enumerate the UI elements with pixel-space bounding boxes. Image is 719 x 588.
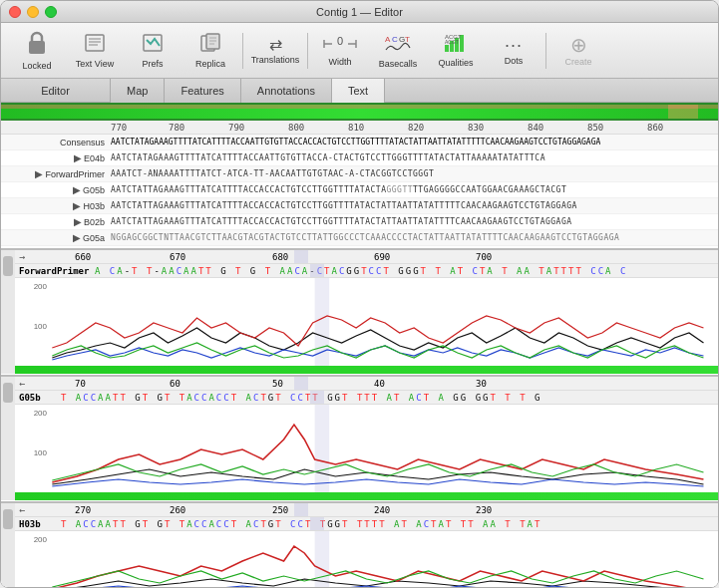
svg-rect-27 <box>315 405 330 492</box>
highlight-col-seq-3 <box>310 517 324 530</box>
chrom-graph-3: 200 100 <box>15 531 718 588</box>
y-axis-3: 200 100 <box>15 531 51 588</box>
svg-rect-20 <box>445 45 449 52</box>
chrom-with-slider-1: → 660 670 680 690 700 ForwardPrimer A CA… <box>1 250 718 374</box>
prefs-button[interactable]: Prefs <box>125 27 180 75</box>
chrom-content-2: ← 70 60 50 40 30 G05b T ACCAATT GT GT TA… <box>15 377 718 500</box>
y-axis-1: 200 100 <box>15 278 51 366</box>
tabs: Map Features Annotations Text <box>111 79 718 102</box>
g05b-data: AATCTATTAGAAAGTTTATCATTTTACCACCACTGTCCTT… <box>111 185 566 194</box>
sequence-ruler: 770 780 790 800 810 820 830 840 850 860 <box>1 121 718 135</box>
locked-label: Locked <box>22 61 51 71</box>
slider-thumb-3[interactable] <box>3 509 13 529</box>
highlight-col-3 <box>294 503 308 516</box>
chrom-content-1: → 660 670 680 690 700 ForwardPrimer A CA… <box>15 250 718 374</box>
consensus-data: AATCTATAGAAAGTTTTATCATTTTACCAATTGTGTTACC… <box>111 138 600 147</box>
b02b-data: AATCTATTAGAAAGTTTATCATTTTACCACCACTGTCCTT… <box>111 217 572 226</box>
chrom-panel-h03b: ← 270 260 250 240 230 H03b T ACCAATT GT … <box>1 501 718 588</box>
svg-text:0: 0 <box>337 35 343 47</box>
translations-label: Translations <box>251 55 300 65</box>
slider-thumb-2[interactable] <box>3 383 13 403</box>
create-icon: ⊕ <box>570 35 587 55</box>
g05a-data: NGGAGCGGCTNTTAACGTCTTAACGTACGTACTGTCCTTA… <box>111 233 619 242</box>
toolbar: Locked Text View Prefs <box>1 23 718 79</box>
chrom-direction-arrow-3: ← <box>19 504 25 515</box>
basecalls-button[interactable]: A C G T Basecalls <box>370 27 426 75</box>
chrom-svg-2 <box>15 405 718 492</box>
qualities-button[interactable]: ACGT ACGT Qualities <box>428 27 484 75</box>
chrom-svg-1 <box>15 278 718 366</box>
svg-rect-26 <box>315 278 330 366</box>
chrom-graph-2: 200 100 <box>15 405 718 492</box>
seq-row-e04b: ▶ E04b AATCTATAGAAAGTTTTATCATTTTACCAATTG… <box>1 150 718 166</box>
locked-button[interactable]: Locked <box>9 27 65 75</box>
b02b-arrow: ▶ <box>74 216 82 227</box>
maximize-button[interactable] <box>45 6 57 18</box>
tabbar: Editor Map Features Annotations Text <box>1 79 718 103</box>
g05b-seq-label: G05b <box>19 393 61 403</box>
toolbar-divider-1 <box>242 33 243 69</box>
toolbar-divider-3 <box>545 33 546 69</box>
dots-icon: ··· <box>505 36 523 54</box>
editor-section-label: Editor <box>1 79 111 102</box>
toolbar-divider-2 <box>307 33 308 69</box>
chrom-graph-1: 200 100 <box>15 278 718 366</box>
chrom-direction-arrow-1: → <box>19 251 25 262</box>
width-label: Width <box>328 57 351 67</box>
consensus-row: Consensus AATCTATAGAAAGTTTTATCATTTTACCAA… <box>1 135 718 150</box>
slider-thumb-1[interactable] <box>3 256 13 276</box>
forwardprimer-data: AAATCT-ANAAAATTTTATCT-ATCA-TT-AACAATTGTG… <box>111 169 434 178</box>
minimize-button[interactable] <box>27 6 39 18</box>
prefs-label: Prefs <box>142 59 163 69</box>
h03b-seq-data: T ACCAATT GT GT TACCACCT ACTGT CCT TGGT … <box>61 519 541 529</box>
tab-features[interactable]: Features <box>165 79 240 103</box>
forwardprimer-label: ▶ ForwardPrimer <box>1 168 111 179</box>
h03b-label: ▶ H03b <box>1 200 111 211</box>
chrom-panel-forwardprimer: → 660 670 680 690 700 ForwardPrimer A CA… <box>1 248 718 374</box>
dots-button[interactable]: ··· Dots <box>486 27 541 75</box>
chrom-svg-3 <box>15 531 718 588</box>
tab-annotations[interactable]: Annotations <box>241 79 332 103</box>
window-controls[interactable] <box>9 6 57 18</box>
close-button[interactable] <box>9 6 21 18</box>
titlebar: Contig 1 — Editor <box>1 1 718 23</box>
svg-text:ACGT: ACGT <box>445 39 459 45</box>
consensus-label: Consensus <box>1 138 111 147</box>
e04b-label: ▶ E04b <box>1 152 111 163</box>
svg-rect-0 <box>29 41 45 54</box>
create-button[interactable]: ⊕ Create <box>550 27 606 75</box>
h03b-arrow: ▶ <box>73 200 81 211</box>
forwardprimer-arrow: ▶ <box>35 168 43 179</box>
b02b-label: ▶ B02b <box>1 216 111 227</box>
g05b-seq-data: T ACCAATT GT GT TACCACCT ACTGT CCTT GGT … <box>61 393 541 403</box>
tab-map[interactable]: Map <box>111 79 165 103</box>
create-label: Create <box>564 57 591 67</box>
vertical-slider-3[interactable] <box>1 503 15 588</box>
qualities-label: Qualities <box>438 58 473 68</box>
fp-seq-data: A CA-T T-AACAATT G T G T AACA-CTACGGTCCT… <box>95 266 627 276</box>
prefs-icon <box>142 32 164 57</box>
g05b-arrow: ▶ <box>73 184 81 195</box>
text-view-button[interactable]: Text View <box>67 27 123 75</box>
g05b-label: ▶ G05b <box>1 184 111 195</box>
width-button[interactable]: 0 Width <box>312 27 368 75</box>
main-content: 770 780 790 800 810 820 830 840 850 860 … <box>1 103 718 588</box>
vertical-slider-1[interactable] <box>1 250 15 374</box>
fp-seq-label: ForwardPrimer <box>19 266 95 276</box>
lock-icon <box>26 30 48 59</box>
svg-text:T: T <box>405 35 410 44</box>
dots-label: Dots <box>505 56 524 66</box>
translations-button[interactable]: ⇄ Translations <box>247 27 303 75</box>
svg-rect-1 <box>86 35 104 51</box>
vertical-slider-2[interactable] <box>1 377 15 500</box>
chrom-with-slider-3: ← 270 260 250 240 230 H03b T ACCAATT GT … <box>1 503 718 588</box>
e04b-arrow: ▶ <box>74 152 82 163</box>
overview-bar <box>1 103 718 121</box>
seq-row-g05b: ▶ G05b AATCTATTAGAAAGTTTATCATTTTACCACCAC… <box>1 182 718 198</box>
replica-button[interactable]: Replica <box>182 27 238 75</box>
highlight-col-2 <box>294 377 308 390</box>
chrom-panel-g05b: ← 70 60 50 40 30 G05b T ACCAATT GT GT TA… <box>1 375 718 500</box>
text-view-icon <box>84 32 106 57</box>
quality-bar-1 <box>15 366 718 374</box>
tab-text[interactable]: Text <box>332 79 385 103</box>
